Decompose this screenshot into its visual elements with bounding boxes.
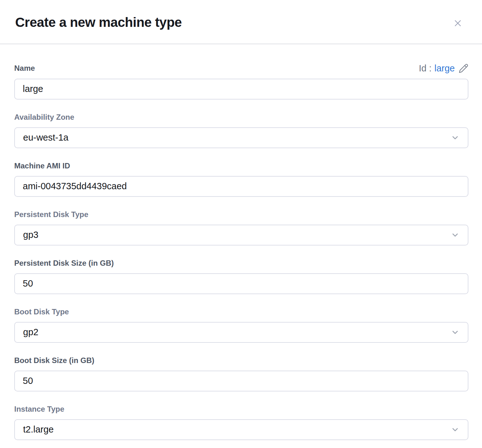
chevron-down-icon (451, 133, 460, 142)
chevron-down-icon (451, 328, 460, 337)
field-group-name: Name Id : large (14, 64, 468, 100)
machine-ami-id-label: Machine AMI ID (14, 161, 468, 171)
persistent-disk-size-label: Persistent Disk Size (in GB) (14, 258, 468, 268)
availability-zone-select[interactable]: eu-west-1a (14, 127, 468, 148)
availability-zone-value: eu-west-1a (23, 132, 68, 143)
boot-disk-size-input[interactable] (14, 371, 468, 391)
instance-type-label: Instance Type (14, 404, 468, 414)
chevron-down-icon (451, 425, 460, 434)
field-group-boot-disk-type: Boot Disk Type gp2 (14, 307, 468, 343)
field-group-instance-type: Instance Type t2.large (14, 404, 468, 440)
field-group-persistent-disk-size: Persistent Disk Size (in GB) (14, 258, 468, 294)
persistent-disk-type-value: gp3 (23, 230, 38, 240)
chevron-down-icon (451, 231, 460, 239)
name-input[interactable] (14, 79, 468, 100)
boot-disk-type-label: Boot Disk Type (14, 307, 468, 317)
modal-title: Create a new machine type (15, 14, 182, 31)
instance-type-value: t2.large (23, 424, 54, 435)
field-group-boot-disk-size: Boot Disk Size (in GB) (14, 356, 468, 391)
name-label: Name (14, 64, 35, 73)
persistent-disk-size-input[interactable] (14, 273, 468, 294)
boot-disk-type-value: gp2 (23, 327, 38, 337)
instance-type-select[interactable]: t2.large (14, 419, 468, 440)
persistent-disk-type-select[interactable]: gp3 (14, 225, 468, 245)
boot-disk-size-label: Boot Disk Size (in GB) (14, 356, 468, 365)
pencil-icon (459, 64, 468, 73)
id-display: Id : large (419, 64, 468, 73)
modal-header: Create a new machine type (0, 0, 482, 44)
id-value: large (435, 64, 455, 73)
close-icon (453, 18, 463, 28)
name-label-row: Name Id : large (14, 64, 468, 73)
edit-id-button[interactable] (459, 64, 468, 73)
boot-disk-type-select[interactable]: gp2 (14, 322, 468, 343)
id-prefix: Id : (419, 64, 431, 73)
machine-ami-id-input[interactable] (14, 176, 468, 197)
field-group-availability-zone: Availability Zone eu-west-1a (14, 112, 468, 148)
modal-form: Name Id : large Availability Zone (0, 44, 482, 440)
close-button[interactable] (453, 18, 463, 28)
field-group-persistent-disk-type: Persistent Disk Type gp3 (14, 210, 468, 245)
availability-zone-label: Availability Zone (14, 112, 468, 122)
field-group-machine-ami-id: Machine AMI ID (14, 161, 468, 197)
persistent-disk-type-label: Persistent Disk Type (14, 210, 468, 219)
create-machine-type-modal: Create a new machine type Name Id : larg… (0, 0, 482, 448)
